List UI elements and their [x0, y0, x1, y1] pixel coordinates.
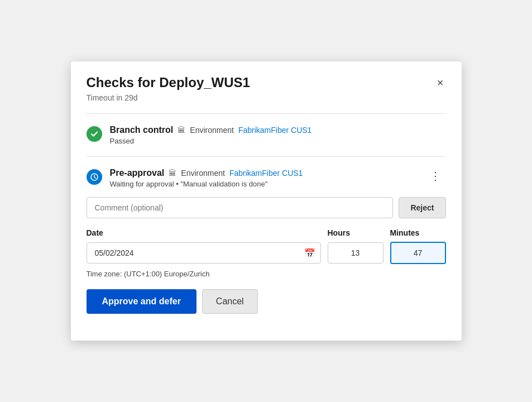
environment-icon: 🏛	[178, 126, 185, 135]
pre-approval-environment-icon: 🏛	[169, 169, 176, 178]
pre-approval-status: Waiting for approval • "Manual validatio…	[110, 180, 425, 188]
dialog-title: Checks for Deploy_WUS1	[87, 75, 250, 91]
close-icon: ×	[437, 77, 444, 88]
dialog-title-group: Checks for Deploy_WUS1 Timeout in 29d	[87, 75, 250, 102]
reject-button[interactable]: Reject	[399, 197, 445, 218]
dialog-subtitle: Timeout in 29d	[87, 93, 250, 102]
branch-control-name: Branch control	[110, 125, 174, 135]
branch-control-status-icon	[87, 126, 102, 142]
action-buttons-row: Approve and defer Cancel	[87, 289, 446, 314]
branch-control-status: Passed	[110, 137, 446, 145]
pre-approval-env-label: Environment	[181, 169, 225, 178]
pre-approval-env-link[interactable]: FabrikamFiber CUS1	[229, 169, 303, 178]
date-label: Date	[87, 228, 321, 237]
pre-approval-info: Pre-approval 🏛 Environment FabrikamFiber…	[110, 168, 425, 188]
pre-approval-status-icon	[87, 169, 102, 185]
comment-input[interactable]	[87, 197, 394, 218]
approval-controls: Reject Date Hours Minutes 📅 Time zone: (…	[87, 197, 446, 314]
pre-approval-title-row: Pre-approval 🏛 Environment FabrikamFiber…	[110, 168, 425, 178]
fields-row: 📅	[87, 242, 446, 264]
pre-approval-name: Pre-approval	[110, 168, 165, 178]
approve-defer-button[interactable]: Approve and defer	[87, 289, 196, 314]
date-input-wrapper: 📅	[87, 242, 321, 264]
field-labels-row: Date Hours Minutes	[87, 228, 446, 237]
dialog-header: Checks for Deploy_WUS1 Timeout in 29d ×	[87, 75, 446, 102]
pre-approval-section: Pre-approval 🏛 Environment FabrikamFiber…	[87, 156, 446, 325]
checks-dialog: Checks for Deploy_WUS1 Timeout in 29d × …	[71, 61, 462, 341]
timezone-text: Time zone: (UTC+1:00) Europe/Zurich	[87, 270, 446, 278]
branch-control-info: Branch control 🏛 Environment FabrikamFib…	[110, 125, 446, 145]
branch-control-env-label: Environment	[190, 126, 234, 135]
branch-control-section: Branch control 🏛 Environment FabrikamFib…	[87, 113, 446, 156]
defer-fields: Date Hours Minutes 📅 Time zone: (UTC+1:0…	[87, 228, 446, 278]
hours-label: Hours	[328, 228, 384, 237]
minutes-input[interactable]	[390, 242, 446, 264]
branch-control-item: Branch control 🏛 Environment FabrikamFib…	[87, 125, 446, 145]
comment-reject-row: Reject	[87, 197, 446, 218]
branch-control-title-row: Branch control 🏛 Environment FabrikamFib…	[110, 125, 446, 135]
more-options-button[interactable]: ⋮	[425, 168, 446, 184]
pre-approval-header: Pre-approval 🏛 Environment FabrikamFiber…	[87, 168, 446, 188]
minutes-label: Minutes	[390, 228, 446, 237]
pre-approval-item: Pre-approval 🏛 Environment FabrikamFiber…	[87, 168, 425, 188]
branch-control-env-link[interactable]: FabrikamFiber CUS1	[238, 126, 311, 135]
cancel-button[interactable]: Cancel	[202, 289, 258, 314]
hours-input[interactable]	[328, 242, 384, 264]
date-input[interactable]	[87, 242, 321, 264]
close-button[interactable]: ×	[435, 75, 446, 90]
